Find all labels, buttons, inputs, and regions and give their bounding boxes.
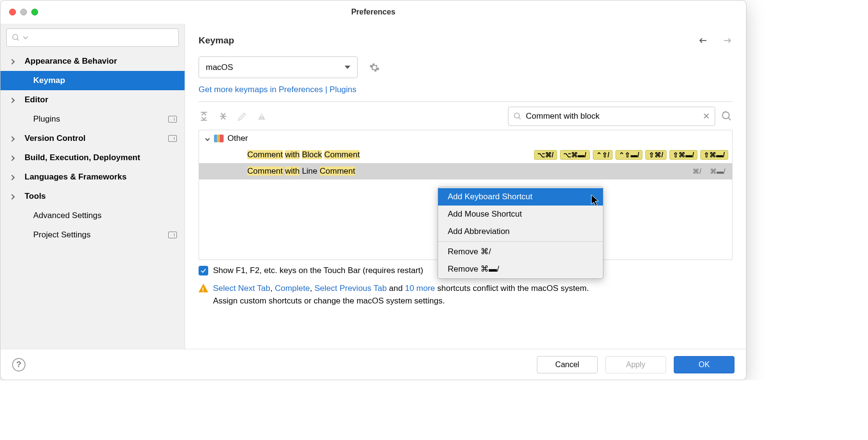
sidebar-item-languages-frameworks[interactable]: Languages & Frameworks [0,167,185,187]
sidebar-item-version-control[interactable]: Version Control [0,129,185,148]
svg-point-0 [13,34,18,40]
chevron-right-icon [9,97,14,103]
svg-line-1 [17,39,19,41]
page-title: Keymap [199,35,698,46]
chevron-right-icon [9,175,14,180]
warning-toolbar-icon[interactable] [256,111,267,122]
sidebar-item-label: Advanced Settings [33,211,177,220]
window-title: Preferences [0,8,746,16]
expand-all-icon[interactable] [199,111,209,122]
keymap-select[interactable]: macOS [199,56,358,78]
edit-icon[interactable] [237,111,248,122]
touchbar-checkbox-label: Show F1, F2, etc. keys on the Touch Bar … [213,266,423,275]
get-keymaps-link[interactable]: Get more keymaps in Preferences | Plugin… [199,85,733,95]
sidebar-item-label: Tools [25,192,177,201]
shortcut-badges: ⌘/ ⌘▬/ [690,167,728,176]
project-badge-icon [168,116,177,123]
context-menu: Add Keyboard Shortcut Add Mouse Shortcut… [438,187,603,279]
sidebar-item-editor[interactable]: Editor [0,90,185,110]
action-label: Comment with Line Comment [247,166,355,176]
folder-icon [214,135,224,142]
sidebar-item-label: Keymap [33,76,177,85]
svg-line-10 [728,118,731,120]
ctx-add-mouse-shortcut[interactable]: Add Mouse Shortcut [438,206,603,223]
chevron-right-icon [9,136,14,141]
svg-point-7 [514,113,520,118]
main-content: Keymap macOS Get more keymaps in Prefere… [185,24,746,349]
ctx-remove-shortcut-1[interactable]: Remove ⌘/ [438,243,603,260]
project-badge-icon [168,232,177,238]
conflict-link[interactable]: 10 more [405,284,435,293]
collapse-all-icon[interactable] [218,111,228,122]
sidebar-item-build-execution-deployment[interactable]: Build, Execution, Deployment [0,148,185,167]
ctx-add-keyboard-shortcut[interactable]: Add Keyboard Shortcut [438,188,603,206]
svg-point-9 [722,112,729,119]
chevron-right-icon [9,194,14,199]
chevron-down-icon [21,33,30,42]
apply-button[interactable]: Apply [605,356,666,373]
chevron-right-icon [9,59,14,64]
conflict-link[interactable]: Select Next Tab [213,284,270,293]
sidebar-item-plugins[interactable]: Plugins [0,110,185,129]
sidebar-item-label: Languages & Frameworks [25,172,177,182]
action-search-input[interactable]: ✕ [508,107,715,126]
chevron-down-icon [205,136,210,141]
titlebar: Preferences [0,0,746,24]
tree-item-block-comment[interactable]: Comment with Block Comment ⌥⌘/ ⌥⌘▬/ ⌃⇧/ … [199,147,732,163]
sidebar-item-label: Build, Execution, Deployment [25,153,177,163]
sidebar-item-keymap[interactable]: Keymap [0,71,185,90]
sidebar-item-project-settings[interactable]: Project Settings [0,225,185,245]
checkbox-checked-icon[interactable] [199,266,208,275]
conflict-link[interactable]: Select Previous Tab [314,284,387,293]
shortcut-badges: ⌥⌘/ ⌥⌘▬/ ⌃⇧/ ⌃⇧▬/ ⇧⌘/ ⇧⌘▬/ ⇧⌘▬/ [534,150,728,160]
search-icon [12,33,20,42]
sidebar-item-advanced-settings[interactable]: Advanced Settings [0,206,185,225]
sidebar-search-input[interactable] [6,28,179,47]
nav-forward-icon[interactable] [722,36,733,45]
action-label: Comment with Block Comment [247,150,360,160]
tree-item-line-comment[interactable]: Comment with Line Comment ⌘/ ⌘▬/ [199,163,732,179]
conflict-warning-text: Select Next Tab, Complete, Select Previo… [213,282,589,307]
divider [199,101,733,102]
dropdown-arrow-icon [345,66,350,69]
tree-group-label: Other [227,134,248,143]
sidebar: Appearance & BehaviorKeymapEditorPlugins… [0,24,185,349]
help-button[interactable]: ? [12,358,26,371]
sidebar-item-label: Plugins [33,114,168,124]
ctx-remove-shortcut-2[interactable]: Remove ⌘▬/ [438,260,603,277]
footer: ? Cancel Apply OK [0,349,746,380]
svg-line-8 [519,117,521,119]
ctx-add-abbreviation[interactable]: Add Abbreviation [438,223,603,240]
nav-back-icon[interactable] [698,36,708,45]
search-icon [513,112,522,121]
conflict-link[interactable]: Complete [275,284,310,293]
keymap-select-value: macOS [206,63,233,72]
sidebar-item-label: Appearance & Behavior [25,56,177,66]
sidebar-item-label: Editor [25,95,177,105]
tree-group-other[interactable]: Other [199,130,732,147]
clear-search-icon[interactable]: ✕ [703,111,710,122]
chevron-right-icon [9,155,14,161]
sidebar-item-appearance-behavior[interactable]: Appearance & Behavior [0,52,185,71]
mouse-cursor-icon [591,194,601,207]
warning-icon [199,284,208,292]
context-menu-separator [438,241,603,242]
sidebar-item-tools[interactable]: Tools [0,187,185,206]
ok-button[interactable]: OK [674,356,734,373]
action-search-field[interactable] [526,111,699,121]
find-by-shortcut-icon[interactable] [721,110,733,122]
sidebar-item-label: Version Control [25,134,168,143]
sidebar-item-label: Project Settings [33,230,168,240]
cancel-button[interactable]: Cancel [537,356,598,373]
gear-icon[interactable] [369,62,380,73]
project-badge-icon [168,135,177,142]
